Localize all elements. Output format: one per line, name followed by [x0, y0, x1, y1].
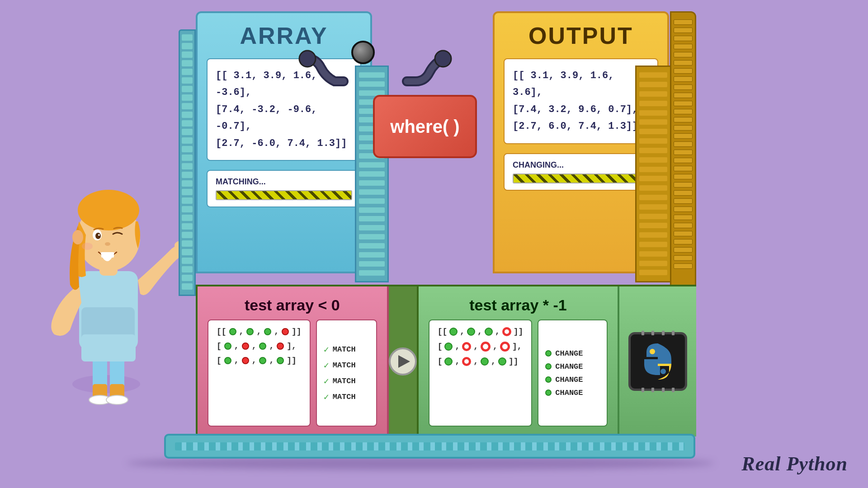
- match-item-4: ✓ MATCH: [324, 391, 369, 403]
- svg-point-14: [78, 190, 139, 230]
- vent-bar: [182, 180, 193, 187]
- change-dot-icon: [545, 350, 552, 357]
- vent-bar: [182, 77, 193, 84]
- vent-bar: [182, 223, 193, 230]
- dot-green: [485, 328, 493, 336]
- vent-bar: [182, 34, 193, 41]
- progress-bar: [216, 190, 352, 200]
- vent-bar: [182, 163, 193, 169]
- dot-red-ring-lg: [500, 342, 510, 352]
- output-progress-stripes: [514, 174, 648, 183]
- output-code-text: [[ 3.1, 3.9, 1.6, 3.6], [7.4, 3.2, 9.6, …: [513, 67, 649, 135]
- vent-bar: [182, 172, 193, 178]
- right-dot-row-3: [ , , , ]]: [438, 357, 524, 366]
- check-icon: ✓: [324, 375, 329, 387]
- vent-bar: [182, 206, 193, 212]
- array-code-text: [[ 3.1, 3.9, 1.6, -3.6], [7.4, -3.2, -9.…: [216, 67, 352, 152]
- dot-red-ring: [502, 327, 511, 336]
- dot-red-ring: [462, 357, 471, 366]
- dot-red: [242, 357, 249, 364]
- changing-label: CHANGING...: [513, 160, 649, 170]
- match-item-2: ✓ MATCH: [324, 360, 369, 371]
- output-right-vent: [635, 66, 671, 282]
- dot-red-ring-lg: [481, 342, 491, 352]
- dot-green: [224, 357, 231, 364]
- svg-rect-9: [81, 334, 136, 361]
- dot-row-1: [[ , , , ]]: [217, 327, 302, 336]
- dot-green: [481, 357, 489, 366]
- matching-label: MATCHING...: [216, 177, 352, 187]
- svg-point-18: [98, 234, 100, 236]
- change-item-3: CHANGE: [545, 375, 600, 384]
- vent-bar: [182, 189, 193, 195]
- dot-red-ring: [462, 342, 471, 351]
- machine-base-platform: [164, 434, 695, 459]
- play-triangle-icon: [398, 355, 410, 368]
- python-chip-panel: [619, 286, 696, 436]
- test-right-panel: test array * -1 [[ , , , ]] [: [419, 286, 620, 436]
- check-icon: ✓: [324, 360, 329, 371]
- dot-green: [467, 328, 475, 336]
- dot-green: [246, 328, 254, 335]
- vent-bar: [182, 258, 193, 264]
- vent-bar: [182, 103, 193, 109]
- svg-point-19: [105, 242, 110, 246]
- vent-bar: [182, 249, 193, 255]
- test-left-content: [[ , , , ]] [ , , , ],: [208, 319, 377, 427]
- dot-green: [229, 328, 236, 335]
- knob: [351, 41, 375, 64]
- dot-green: [444, 357, 453, 366]
- vent-bar: [182, 94, 193, 101]
- match-box: ✓ MATCH ✓ MATCH ✓ MATCH ✓ MATCH: [316, 319, 377, 427]
- change-dot-icon: [545, 389, 552, 396]
- progress-stripes: [217, 191, 351, 199]
- vent-bar: [182, 129, 193, 135]
- scene: ARRAY [[ 3.1, 3.9, 1.6, -3.6], [7.4, -3.…: [0, 0, 868, 488]
- dot-green: [264, 328, 271, 335]
- right-dot-row-1: [[ , , , ]]: [438, 327, 524, 336]
- dot-green: [449, 328, 458, 336]
- vent-bar: [182, 215, 193, 221]
- vent-bar: [182, 43, 193, 49]
- play-button-area: [389, 286, 419, 436]
- svg-point-24: [650, 349, 655, 354]
- character-illustration: [27, 163, 185, 443]
- test-right-content: [[ , , , ]] [ , , , ],: [429, 319, 608, 427]
- svg-rect-20: [101, 252, 114, 258]
- right-vent-column: [670, 11, 696, 305]
- dot-green: [444, 343, 453, 351]
- output-progress-bar: [513, 174, 649, 183]
- dot-green: [277, 357, 284, 364]
- dot-row-3: [ , , , ]]: [217, 356, 302, 365]
- test-left-dots-box: [[ , , , ]] [ , , , ],: [208, 319, 311, 427]
- vent-bar: [182, 146, 193, 152]
- vent-bar: [182, 155, 193, 161]
- svg-point-25: [660, 369, 666, 374]
- dot-green: [498, 357, 506, 366]
- dot-green: [259, 343, 266, 350]
- test-right-dots-box: [[ , , , ]] [ , , , ],: [429, 319, 533, 427]
- where-box: where( ): [373, 95, 477, 158]
- match-item-1: ✓ MATCH: [324, 344, 369, 355]
- change-box: CHANGE CHANGE CHANGE CHANGE: [538, 319, 608, 427]
- svg-point-21: [82, 243, 93, 250]
- test-left-panel: test array < 0 [[ , , , ]] [: [198, 286, 389, 436]
- vent-bar: [182, 86, 193, 92]
- vent-bar: [182, 232, 193, 238]
- vent-bar: [182, 275, 193, 281]
- change-item-4: CHANGE: [545, 389, 600, 397]
- svg-point-6: [106, 395, 128, 404]
- output-panel-title: OUTPUT: [504, 22, 658, 49]
- vent-bar: [182, 240, 193, 247]
- watermark: Real Python: [741, 452, 848, 475]
- dot-red: [282, 328, 289, 335]
- play-button[interactable]: [389, 347, 417, 375]
- vent-bar: [182, 266, 193, 272]
- change-item-1: CHANGE: [545, 349, 600, 358]
- array-panel: ARRAY [[ 3.1, 3.9, 1.6, -3.6], [7.4, -3.…: [196, 11, 372, 273]
- left-vent: [179, 29, 196, 296]
- test-right-title: test array * -1: [429, 296, 608, 314]
- dot-red: [242, 343, 249, 350]
- check-icon: ✓: [324, 391, 329, 403]
- dot-red: [277, 343, 284, 350]
